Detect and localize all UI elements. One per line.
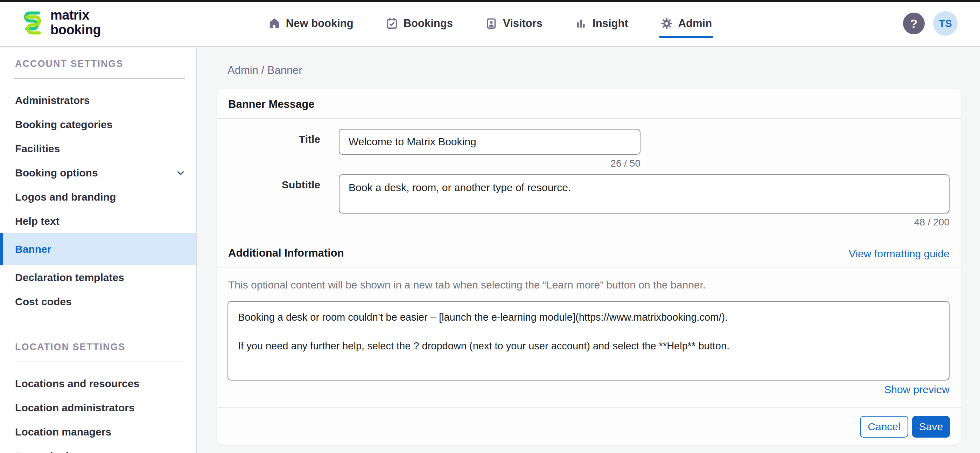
matrix-booking-logo-icon <box>22 9 43 36</box>
sidebar-section-gap <box>0 314 196 331</box>
nav-item-admin[interactable]: Admin <box>660 0 712 47</box>
brand-name-line2: booking <box>50 22 101 37</box>
additional-info-heading: Additional Information <box>228 247 344 259</box>
subtitle-textarea[interactable] <box>339 174 950 214</box>
brand-name-line1: matrix <box>50 8 101 22</box>
sidebar-item-receptionists[interactable]: Receptionists <box>0 444 196 453</box>
breadcrumb-current: Banner <box>267 64 302 76</box>
sidebar-item-label: Help text <box>15 215 59 227</box>
sidebar-item-logos-and-branding[interactable]: Logos and branding <box>0 185 196 209</box>
sidebar-item-label: Facilities <box>15 143 60 155</box>
gear-icon <box>660 17 673 30</box>
calendar-check-icon <box>386 17 398 30</box>
sidebar-item-banner[interactable]: Banner <box>0 233 196 265</box>
sidebar-item-label: Declaration templates <box>15 272 124 284</box>
user-avatar[interactable]: TS <box>933 11 958 36</box>
title-field-label: Title <box>299 133 320 145</box>
card-title: Banner Message <box>228 98 314 111</box>
show-preview-link[interactable]: Show preview <box>884 384 950 396</box>
sidebar-item-label: Banner <box>15 243 51 255</box>
sidebar-item-cost-codes[interactable]: Cost codes <box>0 290 196 314</box>
title-input[interactable] <box>339 129 641 155</box>
app-header: matrix booking New booking Bookings <box>0 0 980 47</box>
sidebar-item-label: Cost codes <box>15 296 72 308</box>
title-char-counter: 26 / 50 <box>339 158 641 169</box>
sidebar-item-booking-options[interactable]: Booking options <box>0 161 196 185</box>
sidebar-item-label: Receptionists <box>15 450 84 453</box>
sidebar-item-label: Booking options <box>15 167 98 179</box>
window-top-edge <box>0 0 980 2</box>
sidebar-divider <box>14 78 185 79</box>
brand-name: matrix booking <box>50 8 101 37</box>
sidebar-item-label: Location managers <box>15 426 111 438</box>
subtitle-field-label: Subtitle <box>282 179 320 191</box>
sidebar-item-label: Administrators <box>15 94 90 107</box>
additional-info-helper: This optional content will be shown in a… <box>228 279 706 291</box>
nav-label: Insight <box>593 17 628 30</box>
cancel-button[interactable]: Cancel <box>860 416 908 438</box>
active-tab-underline <box>659 36 713 38</box>
chevron-down-icon <box>175 168 186 178</box>
sidebar-item-declaration-templates[interactable]: Declaration templates <box>0 265 196 290</box>
main-content: Admin / Banner Banner Message Title 26 /… <box>197 48 980 453</box>
subtitle-char-counter: 48 / 200 <box>339 217 950 228</box>
home-icon <box>268 17 281 30</box>
view-formatting-guide-link[interactable]: View formatting guide <box>849 248 950 260</box>
header-right-controls: ? TS <box>903 0 958 47</box>
sidebar-item-location-managers[interactable]: Location managers <box>0 420 196 444</box>
sidebar-divider <box>14 362 185 362</box>
help-button[interactable]: ? <box>903 13 925 34</box>
nav-label: Bookings <box>404 17 453 30</box>
sidebar-item-label: Logos and branding <box>15 191 116 203</box>
sidebar-section-title-location-settings: LOCATION SETTINGS <box>15 342 196 353</box>
primary-nav: New booking Bookings Visitors <box>268 0 712 47</box>
nav-item-new-booking[interactable]: New booking <box>268 0 353 47</box>
nav-item-insight[interactable]: Insight <box>575 0 628 47</box>
visitor-badge-icon <box>485 17 498 30</box>
breadcrumb: Admin / Banner <box>228 64 302 77</box>
save-button[interactable]: Save <box>912 416 950 438</box>
question-mark-icon: ? <box>910 17 918 30</box>
breadcrumb-admin-link[interactable]: Admin <box>228 64 258 76</box>
sidebar-item-label: Booking categories <box>15 119 112 131</box>
card-footer-divider <box>217 407 961 407</box>
sidebar-item-facilities[interactable]: Facilities <box>0 137 196 161</box>
nav-label: Admin <box>678 17 712 30</box>
sidebar-list-account-settings: Administrators Booking categories Facili… <box>0 88 196 314</box>
nav-label: Visitors <box>503 17 542 30</box>
additional-info-textarea[interactable] <box>228 301 950 381</box>
additional-info-divider <box>217 267 961 268</box>
card-header-divider <box>217 118 961 119</box>
banner-message-card: Banner Message Title 26 / 50 Subtitle 48… <box>217 89 961 445</box>
nav-item-visitors[interactable]: Visitors <box>485 0 542 47</box>
nav-item-bookings[interactable]: Bookings <box>386 0 453 47</box>
sidebar-section-title-account-settings: ACCOUNT SETTINGS <box>15 59 196 69</box>
sidebar-item-booking-categories[interactable]: Booking categories <box>0 112 196 137</box>
sidebar-item-locations-and-resources[interactable]: Locations and resources <box>0 372 196 396</box>
sidebar-item-help-text[interactable]: Help text <box>0 209 196 233</box>
nav-label: New booking <box>286 17 353 30</box>
sidebar-list-location-settings: Locations and resources Location adminis… <box>0 372 196 453</box>
breadcrumb-separator: / <box>258 64 267 76</box>
brand-logo[interactable]: matrix booking <box>22 8 101 37</box>
bar-chart-icon <box>575 17 587 30</box>
sidebar-item-label: Location administrators <box>15 402 135 414</box>
sidebar-item-label: Locations and resources <box>15 378 139 390</box>
sidebar-item-administrators[interactable]: Administrators <box>0 88 196 112</box>
settings-sidebar: ACCOUNT SETTINGS Administrators Booking … <box>0 48 197 453</box>
avatar-initials: TS <box>939 18 951 29</box>
sidebar-item-location-administrators[interactable]: Location administrators <box>0 396 196 420</box>
